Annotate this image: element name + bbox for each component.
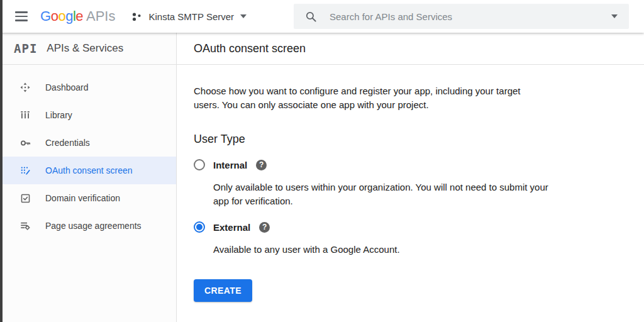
window-edge-strip [0, 0, 3, 322]
project-name: Kinsta SMTP Server [148, 11, 234, 22]
user-type-heading: User Type [194, 133, 644, 146]
create-button[interactable]: CREATE [194, 279, 252, 302]
google-apis-logo[interactable]: Google APIs [40, 8, 115, 25]
radio-option-internal: Internal [194, 159, 644, 170]
page-usage-agreements-icon [19, 219, 31, 232]
search-placeholder: Search for APIs and Services [330, 11, 452, 22]
apis-logo-text: APIs [86, 8, 115, 25]
api-logo: API [14, 42, 37, 55]
internal-help-icon[interactable] [256, 160, 267, 170]
main-header: OAuth consent screen [177, 33, 644, 65]
project-switcher[interactable]: Kinsta SMTP Server [131, 11, 247, 22]
sidebar-title: APIs & Services [47, 42, 123, 55]
external-radio-button[interactable] [194, 221, 205, 233]
search-icon [305, 11, 317, 23]
internal-description: Only available to users within your orga… [213, 180, 550, 208]
hamburger-menu-icon[interactable] [15, 11, 28, 21]
sidebar: API APIs & Services Dashboard [0, 33, 177, 322]
key-icon [19, 136, 31, 149]
sidebar-item-oauth-consent-screen[interactable]: OAuth consent screen [3, 157, 176, 184]
search-dropdown-caret-icon[interactable] [611, 14, 618, 18]
radio-option-external: External [194, 221, 644, 233]
external-help-icon[interactable] [259, 222, 270, 233]
external-radio-label[interactable]: External [213, 222, 250, 233]
sidebar-item-dashboard[interactable]: Dashboard [3, 74, 176, 101]
sidebar-header: API APIs & Services [3, 33, 176, 65]
intro-text: Choose how you want to configure and reg… [194, 84, 536, 112]
oauth-consent-icon [19, 164, 31, 177]
library-icon [19, 109, 31, 121]
google-logo: Google [40, 8, 83, 25]
sidebar-item-credentials[interactable]: Credentials [3, 129, 176, 157]
search-input[interactable]: Search for APIs and Services [294, 4, 629, 29]
external-description: Available to any user with a Google Acco… [213, 243, 550, 257]
main-panel: OAuth consent screen Choose how you want… [177, 33, 644, 322]
sidebar-item-domain-verification[interactable]: Domain verification [3, 184, 176, 212]
sidebar-item-page-usage-agreements[interactable]: Page usage agreements [3, 212, 176, 240]
page-title: OAuth consent screen [194, 42, 306, 55]
project-icon [131, 11, 142, 22]
domain-verification-icon [19, 192, 31, 204]
project-dropdown-caret-icon [240, 14, 247, 18]
internal-radio-label[interactable]: Internal [213, 160, 247, 170]
dashboard-icon [19, 81, 31, 94]
internal-radio-button[interactable] [194, 159, 205, 170]
top-app-bar: Google APIs Kinsta SMTP Server Search fo… [0, 0, 644, 33]
sidebar-item-library[interactable]: Library [3, 101, 176, 129]
